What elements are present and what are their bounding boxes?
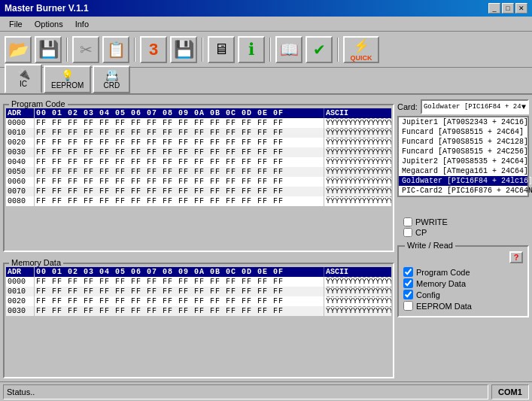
read-icon: 📖: [280, 41, 299, 59]
wr-memory-data-checkbox[interactable]: [403, 278, 413, 288]
device-button[interactable]: 🖥: [208, 36, 235, 63]
help-button[interactable]: ?: [509, 251, 523, 263]
tab-eeprom[interactable]: 💡 EEPROM: [44, 65, 91, 93]
table-row: 0030 FF FF FF FF FF FF FF FF FF FF FF FF…: [6, 147, 391, 157]
md-header-adr: ADR: [6, 267, 35, 277]
dropdown-item-3[interactable]: Funcard [AT90S8515 + 24C256]: [399, 147, 527, 156]
pc-header-bytes: 00 01 02 03 04 05 06 07 08 09 0A 0B 0C 0…: [35, 108, 324, 118]
copy-button[interactable]: 📋: [102, 36, 129, 63]
memory-data-rows: 0000 FF FF FF FF FF FF FF FF FF FF FF FF…: [6, 277, 391, 316]
restore-button[interactable]: □: [502, 3, 514, 14]
dropdown-item-2[interactable]: Funcard [AT90S8515 + 24C128]: [399, 137, 527, 147]
table-row: 0040 FF FF FF FF FF FF FF FF FF FF FF FF…: [6, 157, 391, 167]
window-title: Master Burner V.1.1: [5, 3, 89, 14]
wr-program-code-checkbox[interactable]: [403, 267, 413, 277]
status-text: Status..: [3, 384, 488, 399]
cut-button[interactable]: ✂: [72, 36, 99, 63]
md-header-bytes: 00 01 02 03 04 05 06 07 08 09 0A 0B 0C 0…: [35, 267, 324, 277]
ic-tab-icon: 🔌: [17, 68, 30, 80]
wr-config-checkbox[interactable]: [403, 290, 413, 299]
write-read-title: Write / Read: [405, 241, 455, 250]
left-panel: Program Code ADR 00 01 02 03 04 05 06 07…: [3, 98, 394, 378]
dropdown-item-7[interactable]: PIC-Card2 [PIC16F876 + 24C64N]: [399, 186, 527, 196]
quick-button[interactable]: ⚡ QUICK: [343, 36, 379, 63]
verify-icon: ✔: [313, 41, 326, 59]
toolbar-sep-3: [202, 38, 203, 62]
table-row: 0000 FF FF FF FF FF FF FF FF FF FF FF FF…: [6, 277, 391, 287]
write-read-header: ?: [403, 251, 523, 263]
table-row: 0000 FF FF FF FF FF FF FF FF FF FF FF FF…: [6, 118, 391, 128]
pwrite-checkbox-row: PWRITE: [400, 217, 526, 227]
table-row: 0070 FF FF FF FF FF FF FF FF FF FF FF FF…: [6, 187, 391, 196]
md-header-ascii: ASCII: [324, 267, 391, 277]
wr-eeprom-data-checkbox[interactable]: [403, 301, 413, 311]
pc-header-ascii: ASCII: [324, 108, 391, 118]
tab-ic[interactable]: 🔌 IC: [5, 64, 42, 93]
wr-config-row: Config: [403, 289, 523, 300]
dropdown-item-5[interactable]: Megacard [ATmega161 + 24C64]: [399, 166, 527, 176]
dropdown-arrow-icon: ▼: [521, 103, 526, 111]
write-read-group: Write / Read ? Program Code Memory Data …: [397, 245, 529, 317]
status-com: COM1: [491, 384, 529, 399]
dropdown-item-6[interactable]: Goldwater [PIC16F84 + 24lc16]: [399, 176, 527, 186]
main-area: Program Code ADR 00 01 02 03 04 05 06 07…: [0, 95, 532, 381]
minimize-button[interactable]: _: [488, 3, 500, 14]
table-row: 0030 FF FF FF FF FF FF FF FF FF FF FF FF…: [6, 306, 391, 316]
table-row: 0060 FF FF FF FF FF FF FF FF FF FF FF FF…: [6, 177, 391, 187]
close-button[interactable]: ✕: [515, 3, 527, 14]
read-button[interactable]: 📖: [275, 36, 302, 63]
open-icon: 📂: [8, 40, 29, 59]
table-row: 0010 FF FF FF FF FF FF FF FF FF FF FF FF…: [6, 128, 391, 138]
card-selector-row: Card: Goldwater [PIC16F84 + 24lc16] ▼: [397, 98, 529, 116]
toolbar-sep-1: [66, 38, 68, 62]
card-label: Card:: [397, 102, 418, 111]
program-code-table: ADR 00 01 02 03 04 05 06 07 08 09 0A 0B …: [6, 108, 391, 206]
card-dropdown-list[interactable]: Jupiter1 [AT90S2343 + 24C16] Funcard [AT…: [397, 116, 529, 197]
info-icon: ℹ: [248, 40, 254, 59]
copy-icon: 📋: [107, 41, 126, 59]
wr-memory-data-label: Memory Data: [416, 279, 466, 288]
wr-program-code-row: Program Code: [403, 266, 523, 278]
info-button[interactable]: ℹ: [238, 36, 265, 63]
program-code-group: Program Code ADR 00 01 02 03 04 05 06 07…: [3, 104, 394, 252]
menu-file[interactable]: File: [3, 18, 29, 30]
tab-bar: 🔌 IC 💡 EEPROM 📇 CRD: [0, 68, 532, 95]
dropdown-item-1[interactable]: Funcard [AT90S8515 + 24C64]: [399, 127, 527, 137]
verify-button[interactable]: ✔: [306, 36, 333, 63]
pc-header-adr: ADR: [6, 108, 35, 118]
menu-options[interactable]: Options: [29, 18, 69, 30]
wr-eeprom-data-row: EEPROM Data: [403, 300, 523, 311]
menu-info[interactable]: Info: [69, 18, 95, 30]
tab-crd[interactable]: 📇 CRD: [93, 65, 130, 93]
eeprom-tab-icon: 💡: [61, 69, 74, 81]
card-selected-value: Goldwater [PIC16F84 + 24lc16]: [424, 103, 521, 111]
title-bar: Master Burner V.1.1 _ □ ✕: [0, 0, 532, 17]
cp-label: CP: [415, 228, 427, 237]
wr-memory-data-row: Memory Data: [403, 278, 523, 289]
table-row: 0050 FF FF FF FF FF FF FF FF FF FF FF FF…: [6, 167, 391, 177]
dropdown-item-0[interactable]: Jupiter1 [AT90S2343 + 24C16]: [399, 117, 527, 127]
table-row: 0020 FF FF FF FF FF FF FF FF FF FF FF FF…: [6, 138, 391, 147]
wr-eeprom-data-label: EEPROM Data: [416, 302, 472, 311]
program-disk-icon: 💾: [174, 40, 194, 59]
pwrite-checkbox[interactable]: [403, 217, 412, 226]
ic-tab-label: IC: [20, 80, 27, 88]
program-number-button[interactable]: 3: [140, 36, 167, 63]
save-icon: 💾: [38, 40, 59, 59]
cp-checkbox[interactable]: [403, 228, 412, 237]
crd-tab-label: CRD: [104, 81, 120, 90]
dropdown-item-4[interactable]: Jupiter2 [AT90S8535 + 24C64]: [399, 156, 527, 166]
crd-tab-icon: 📇: [105, 69, 118, 81]
pwrite-cp-section: PWRITE CP: [397, 215, 529, 239]
menu-bar: File Options Info: [0, 17, 532, 32]
program-code-title: Program Code: [9, 99, 68, 108]
memory-data-title: Memory Data: [9, 258, 63, 267]
program-disk-button[interactable]: 💾: [170, 36, 197, 63]
save-button[interactable]: 💾: [35, 36, 62, 63]
toolbar-sep-2: [134, 38, 135, 62]
quick-label: QUICK: [351, 54, 372, 62]
table-row: 0080 FF FF FF FF FF FF FF FF FF FF FF FF…: [6, 196, 391, 206]
card-dropdown[interactable]: Goldwater [PIC16F84 + 24lc16] ▼: [421, 99, 529, 114]
open-button[interactable]: 📂: [5, 36, 32, 63]
lightning-icon: ⚡: [353, 38, 369, 54]
